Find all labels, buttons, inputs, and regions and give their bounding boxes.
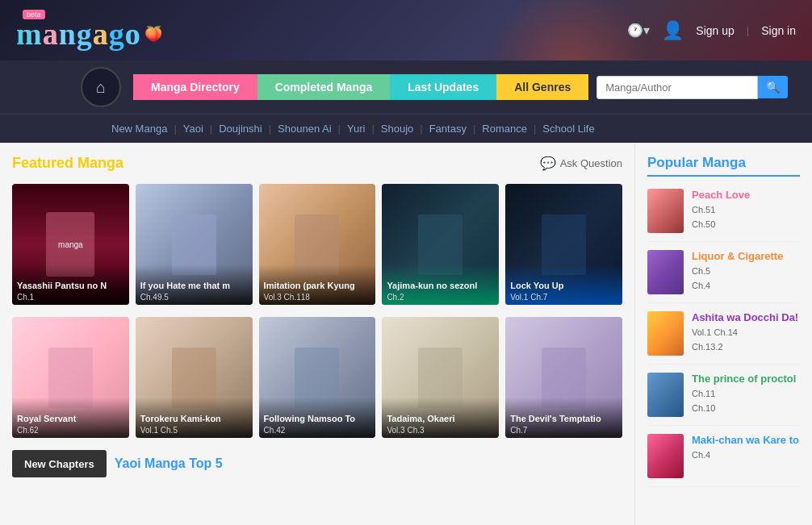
featured-section: Featured Manga 💬 Ask Question manga Yasa… <box>0 143 634 525</box>
main-content: Featured Manga 💬 Ask Question manga Yasa… <box>0 143 812 525</box>
popular-info-4: The prince of proctol Ch.11 Ch.10 <box>692 373 800 415</box>
separator: | <box>747 24 749 36</box>
featured-title: Featured Manga <box>12 155 123 172</box>
manga-card-3-info: Imitation (park Kyung Vol.3 Ch.118 <box>259 265 376 305</box>
popular-item-4[interactable]: The prince of proctol Ch.11 Ch.10 <box>647 365 800 426</box>
sign-in-link[interactable]: Sign in <box>761 24 796 37</box>
popular-info-3: Ashita wa Docchi Da! Vol.1 Ch.14 Ch.13.2 <box>692 311 800 354</box>
logo-area: beta mangago 🍑 <box>16 10 162 52</box>
manga-card-2[interactable]: If you Hate me that m Ch.49.5 <box>136 184 253 305</box>
ask-question-label: Ask Question <box>560 157 622 169</box>
logo-icon: 🍑 <box>144 25 162 43</box>
popular-chapter-2: Ch.5 Ch.4 <box>692 265 800 293</box>
sub-nav: New Manga | Yaoi | Doujinshi | Shounen A… <box>0 114 812 143</box>
manga-card-8-title: Following Namsoo To <box>264 414 371 424</box>
header-right: 🕐▾ 👤 Sign up | Sign in <box>627 20 796 41</box>
manga-card-5[interactable]: Lock You Up Vol.1 Ch.7 <box>505 184 622 305</box>
new-chapters-button[interactable]: New Chapters <box>12 450 107 477</box>
manga-card-1-info: Yasashii Pantsu no N Ch.1 <box>12 265 129 305</box>
popular-chapter-5: Ch.4 <box>692 448 800 463</box>
section-header: Featured Manga 💬 Ask Question <box>12 155 622 172</box>
manga-card-8-chapter: Ch.42 <box>264 426 371 435</box>
popular-thumb-4 <box>647 373 684 417</box>
sidebar: Popular Manga Peach Love Ch.51 Ch.50 Liq… <box>634 143 812 525</box>
manga-card-5-title: Lock You Up <box>510 281 617 291</box>
manga-card-7-chapter: Vol.1 Ch.5 <box>140 426 248 435</box>
manga-card-4[interactable]: Yajima-kun no sezonl Ch.2 <box>382 184 499 305</box>
manga-card-10-title: The Devil's Temptatio <box>510 414 617 424</box>
popular-title-4: The prince of proctol <box>692 373 800 385</box>
manga-card-1-chapter: Ch.1 <box>17 293 124 302</box>
header: beta mangago 🍑 🕐▾ 👤 Sign up | Sign in <box>0 0 812 60</box>
manga-card-10[interactable]: The Devil's Temptatio Ch.7 <box>505 317 622 438</box>
manga-card-9-info: Tadaima, Okaeri Vol.3 Ch.3 <box>382 398 499 438</box>
completed-manga-button[interactable]: Completed Manga <box>257 74 391 100</box>
search-area: 🔍 <box>596 76 788 99</box>
manga-card-3-title: Imitation (park Kyung <box>264 281 371 291</box>
sub-nav-yaoi[interactable]: Yaoi <box>177 121 210 136</box>
popular-title-5: Maki-chan wa Kare to <box>692 434 800 446</box>
manga-card-2-chapter: Ch.49.5 <box>140 293 248 302</box>
manga-card-7-info: Torokeru Kami-kon Vol.1 Ch.5 <box>136 398 253 438</box>
popular-info-1: Peach Love Ch.51 Ch.50 <box>692 189 800 231</box>
sub-nav-doujinshi[interactable]: Doujinshi <box>212 121 268 136</box>
yaoi-top-title: Yaoi Manga Top 5 <box>115 450 223 477</box>
last-updates-button[interactable]: Last Updates <box>390 74 496 100</box>
clock-icon[interactable]: 🕐▾ <box>627 23 650 38</box>
popular-item-2[interactable]: Liquor & Cigarette Ch.5 Ch.4 <box>647 242 800 303</box>
search-input[interactable] <box>596 76 758 99</box>
home-button[interactable]: ⌂ <box>81 67 121 107</box>
manga-card-4-title: Yajima-kun no sezonl <box>387 281 494 291</box>
popular-title-2: Liquor & Cigarette <box>692 250 800 262</box>
manga-card-6[interactable]: Royal Servant Ch.62 <box>12 317 129 438</box>
nav-buttons: Manga Directory Completed Manga Last Upd… <box>133 74 588 100</box>
manga-card-8[interactable]: Following Namsoo To Ch.42 <box>259 317 376 438</box>
manga-card-5-info: Lock You Up Vol.1 Ch.7 <box>505 265 622 305</box>
popular-item-3[interactable]: Ashita wa Docchi Da! Vol.1 Ch.14 Ch.13.2 <box>647 303 800 365</box>
user-icon[interactable]: 👤 <box>662 20 684 41</box>
manga-grid-top: manga Yasashii Pantsu no N Ch.1 If you H… <box>12 184 622 305</box>
popular-manga-title: Popular Manga <box>647 155 800 177</box>
manga-card-10-chapter: Ch.7 <box>510 426 617 435</box>
manga-card-2-info: If you Hate me that m Ch.49.5 <box>136 265 253 305</box>
popular-item-5[interactable]: Maki-chan wa Kare to Ch.4 <box>647 426 800 487</box>
all-genres-button[interactable]: All Genres <box>496 74 588 100</box>
sub-nav-yuri[interactable]: Yuri <box>341 121 371 136</box>
manga-card-6-title: Royal Servant <box>17 414 124 424</box>
popular-chapter-3: Vol.1 Ch.14 Ch.13.2 <box>692 326 800 354</box>
manga-card-7[interactable]: Torokeru Kami-kon Vol.1 Ch.5 <box>136 317 253 438</box>
manga-card-1[interactable]: manga Yasashii Pantsu no N Ch.1 <box>12 184 129 305</box>
manga-card-4-info: Yajima-kun no sezonl Ch.2 <box>382 265 499 305</box>
popular-item-1[interactable]: Peach Love Ch.51 Ch.50 <box>647 181 800 242</box>
manga-card-9-chapter: Vol.3 Ch.3 <box>387 426 494 435</box>
popular-thumb-2 <box>647 250 684 294</box>
popular-info-2: Liquor & Cigarette Ch.5 Ch.4 <box>692 250 800 293</box>
sub-nav-romance[interactable]: Romance <box>475 121 534 136</box>
manga-card-9[interactable]: Tadaima, Okaeri Vol.3 Ch.3 <box>382 317 499 438</box>
popular-thumb-5 <box>647 434 684 478</box>
popular-chapter-1: Ch.51 Ch.50 <box>692 203 800 231</box>
popular-info-5: Maki-chan wa Kare to Ch.4 <box>692 434 800 463</box>
manga-card-10-info: The Devil's Temptatio Ch.7 <box>505 398 622 438</box>
manga-card-1-title: Yasashii Pantsu no N <box>17 281 124 291</box>
manga-card-3[interactable]: Imitation (park Kyung Vol.3 Ch.118 <box>259 184 376 305</box>
sub-nav-school-life[interactable]: School Life <box>536 121 601 136</box>
sign-up-link[interactable]: Sign up <box>696 24 734 37</box>
sub-nav-shounen-ai[interactable]: Shounen Ai <box>271 121 338 136</box>
popular-chapter-4: Ch.11 Ch.10 <box>692 387 800 415</box>
sub-nav-shoujo[interactable]: Shoujo <box>375 121 420 136</box>
manga-card-7-title: Torokeru Kami-kon <box>140 414 248 424</box>
manga-card-9-title: Tadaima, Okaeri <box>387 414 494 424</box>
manga-card-4-chapter: Ch.2 <box>387 293 494 302</box>
ask-question-button[interactable]: 💬 Ask Question <box>540 156 622 171</box>
sub-nav-fantasy[interactable]: Fantasy <box>423 121 473 136</box>
manga-card-8-info: Following Namsoo To Ch.42 <box>259 398 376 438</box>
manga-card-6-info: Royal Servant Ch.62 <box>12 398 129 438</box>
nav-bar: ⌂ Manga Directory Completed Manga Last U… <box>0 60 812 114</box>
manga-card-3-chapter: Vol.3 Ch.118 <box>264 293 371 302</box>
manga-directory-button[interactable]: Manga Directory <box>133 74 257 100</box>
manga-card-6-chapter: Ch.62 <box>17 426 124 435</box>
popular-thumb-3 <box>647 311 684 356</box>
search-button[interactable]: 🔍 <box>758 76 788 98</box>
sub-nav-new-manga[interactable]: New Manga <box>105 121 174 136</box>
